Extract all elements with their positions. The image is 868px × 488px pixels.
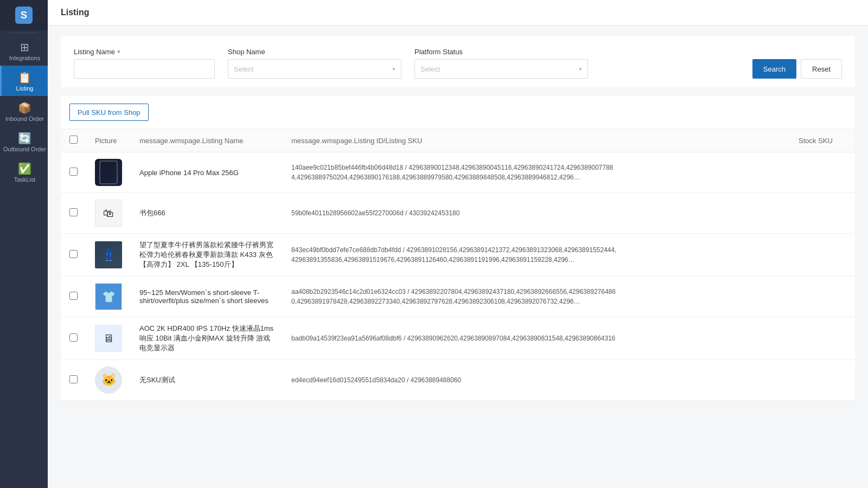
- row-name-cell: Apple iPhone 14 Pro Max 256G: [131, 152, 283, 193]
- outbound-order-icon: 🔄: [18, 133, 31, 144]
- row-stock-sku-cell: [790, 317, 855, 360]
- row-checkbox-4[interactable]: [69, 333, 78, 342]
- product-id-sku: aa408b2b2923546c14c2d01e6324cc03 / 42963…: [291, 287, 617, 306]
- shop-name-select[interactable]: Select ▾: [228, 59, 401, 79]
- sidebar-item-integrations[interactable]: ⊞ Integrations: [0, 35, 48, 66]
- sidebar-item-listing[interactable]: 📋 Listing: [0, 66, 48, 96]
- th-listing-id-sku: message.wmspage.Listing ID/Listing SKU: [283, 129, 790, 152]
- platform-status-chevron-icon: ▾: [579, 66, 582, 73]
- table-row: 👖 望了型夏李牛仔裤男落款松紧腰牛仔裤男宽松弹力哈伦裤春秋夏季新款薄款 K433…: [61, 234, 855, 277]
- th-picture: Picture: [86, 129, 131, 152]
- listing-icon: 📋: [18, 72, 31, 83]
- row-picture-cell: 🐱: [86, 360, 131, 401]
- row-picture-cell: 🛍: [86, 193, 131, 234]
- product-image-tshirt: 👕: [95, 283, 122, 310]
- shop-name-filter-group: Shop Name Select ▾: [228, 48, 401, 79]
- integrations-icon: ⊞: [20, 42, 29, 53]
- sidebar: S ⊞ Integrations 📋 Listing 📦 Inbound Ord…: [0, 0, 48, 488]
- product-id-sku: 843ec49bf0bdd7efe7ce688db7db4fdd / 42963…: [291, 245, 617, 265]
- sidebar-item-outbound-order[interactable]: 🔄 Outbound Order: [0, 126, 48, 157]
- row-checkbox-5[interactable]: [69, 375, 78, 383]
- product-name: 望了型夏李牛仔裤男落款松紧腰牛仔裤男宽松弹力哈伦裤春秋夏季新款薄款 K433 灰…: [139, 241, 273, 268]
- sidebar-item-listing-label: Listing: [16, 85, 34, 92]
- table-row: 🐱 无SKU测试 ed4ecd94eef16d015249551d5834da2…: [61, 360, 855, 401]
- table-row: 🖥 AOC 2K HDR400 IPS 170Hz 快速液晶1ms响应 10Bi…: [61, 317, 855, 360]
- sidebar-item-tasklist-label: TaskList: [14, 176, 36, 183]
- reset-button[interactable]: Reset: [801, 59, 842, 79]
- row-stock-sku-cell: [790, 277, 855, 317]
- product-id-sku: badb09a14539f23ea91a5696af08dbf6 / 42963…: [291, 333, 617, 343]
- inbound-order-icon: 📦: [18, 102, 31, 113]
- product-name: AOC 2K HDR400 IPS 170Hz 快速液晶1ms响应 10Bit …: [139, 324, 273, 352]
- row-checkbox-cell: [61, 277, 86, 317]
- search-button[interactable]: Search: [752, 59, 796, 79]
- th-checkbox: [61, 129, 86, 152]
- tasklist-icon: ✅: [18, 163, 31, 174]
- sidebar-logo: S: [0, 0, 48, 30]
- table-head: Picture message.wmspage.Listing Name mes…: [61, 129, 855, 152]
- row-name-cell: 95~125 Men/Women`s short-sleeve T-shirt/…: [131, 277, 283, 317]
- content-area: Listing Name ▾ Shop Name Select ▾: [48, 25, 868, 488]
- shop-name-label: Shop Name: [228, 48, 401, 56]
- filter-panel: Listing Name ▾ Shop Name Select ▾: [61, 36, 855, 87]
- filter-row: Listing Name ▾ Shop Name Select ▾: [74, 47, 842, 79]
- row-stock-sku-cell: [790, 193, 855, 234]
- row-id-sku-cell: 843ec49bf0bdd7efe7ce688db7db4fdd / 42963…: [283, 234, 790, 277]
- row-id-sku-cell: 59b0fe4011b28956602ae55f2270006d / 43039…: [283, 193, 790, 234]
- table-panel: Pull SKU from Shop Picture message.wmspa…: [61, 96, 855, 401]
- row-name-cell: AOC 2K HDR400 IPS 170Hz 快速液晶1ms响应 10Bit …: [131, 317, 283, 360]
- row-stock-sku-cell: [790, 152, 855, 193]
- th-listing-name: message.wmspage.Listing Name: [131, 129, 283, 152]
- product-image-cat: 🐱: [95, 367, 122, 394]
- product-image-monitor: 🖥: [95, 325, 122, 352]
- product-name: 无SKU测试: [139, 376, 175, 384]
- shop-name-select-value: Select: [234, 65, 253, 73]
- row-checkbox-cell: [61, 360, 86, 401]
- table-toolbar: Pull SKU from Shop: [61, 96, 855, 129]
- data-table: Picture message.wmspage.Listing Name mes…: [61, 129, 855, 401]
- row-name-cell: 无SKU测试: [131, 360, 283, 401]
- sidebar-item-outbound-order-label: Outbound Order: [3, 146, 47, 152]
- page-header: Listing: [48, 0, 868, 25]
- row-checkbox-1[interactable]: [69, 208, 78, 216]
- listing-name-label: Listing Name ▾: [74, 48, 215, 56]
- th-stock-sku: Stock SKU: [790, 129, 855, 152]
- sidebar-item-inbound-order[interactable]: 📦 Inbound Order: [0, 96, 48, 126]
- row-checkbox-cell: [61, 317, 86, 360]
- row-id-sku-cell: 140aee9c021b85bef446fb4b06d48d18 / 42963…: [283, 152, 790, 193]
- platform-status-filter-group: Platform Status Select ▾: [414, 48, 588, 79]
- row-stock-sku-cell: [790, 360, 855, 401]
- platform-status-select[interactable]: Select ▾: [414, 59, 588, 79]
- platform-status-select-value: Select: [420, 65, 440, 73]
- product-id-sku: ed4ecd94eef16d015249551d5834da20 / 42963…: [291, 375, 617, 385]
- row-checkbox-2[interactable]: [69, 250, 78, 258]
- product-id-sku: 59b0fe4011b28956602ae55f2270006d / 43039…: [291, 208, 617, 218]
- sidebar-item-tasklist[interactable]: ✅ TaskList: [0, 157, 48, 187]
- row-picture-cell: [86, 152, 131, 193]
- logo-icon: S: [15, 7, 33, 24]
- sidebar-divider: [10, 33, 39, 33]
- row-stock-sku-cell: [790, 234, 855, 277]
- sidebar-item-inbound-order-label: Inbound Order: [5, 115, 44, 122]
- row-name-cell: 书包666: [131, 193, 283, 234]
- row-checkbox-0[interactable]: [69, 168, 78, 176]
- product-name: 书包666: [139, 209, 165, 217]
- listing-name-input[interactable]: [74, 59, 215, 79]
- product-name: Apple iPhone 14 Pro Max 256G: [139, 169, 239, 177]
- row-checkbox-cell: [61, 234, 86, 277]
- product-image-blank: 🛍: [95, 200, 122, 227]
- table-row: Apple iPhone 14 Pro Max 256G 140aee9c021…: [61, 152, 855, 193]
- table-header-row: Picture message.wmspage.Listing Name mes…: [61, 129, 855, 152]
- row-id-sku-cell: badb09a14539f23ea91a5696af08dbf6 / 42963…: [283, 317, 790, 360]
- product-image-phone: [95, 159, 122, 186]
- pull-sku-button[interactable]: Pull SKU from Shop: [69, 104, 149, 121]
- listing-name-chevron: ▾: [117, 48, 120, 55]
- shop-name-chevron-icon: ▾: [392, 66, 395, 73]
- row-checkbox-cell: [61, 152, 86, 193]
- listing-name-filter-group: Listing Name ▾: [74, 48, 215, 79]
- table-body: Apple iPhone 14 Pro Max 256G 140aee9c021…: [61, 152, 855, 401]
- row-name-cell: 望了型夏李牛仔裤男落款松紧腰牛仔裤男宽松弹力哈伦裤春秋夏季新款薄款 K433 灰…: [131, 234, 283, 277]
- main-content: Listing Listing Name ▾ Shop Name: [48, 0, 868, 488]
- row-checkbox-3[interactable]: [69, 292, 78, 300]
- select-all-checkbox[interactable]: [69, 136, 78, 144]
